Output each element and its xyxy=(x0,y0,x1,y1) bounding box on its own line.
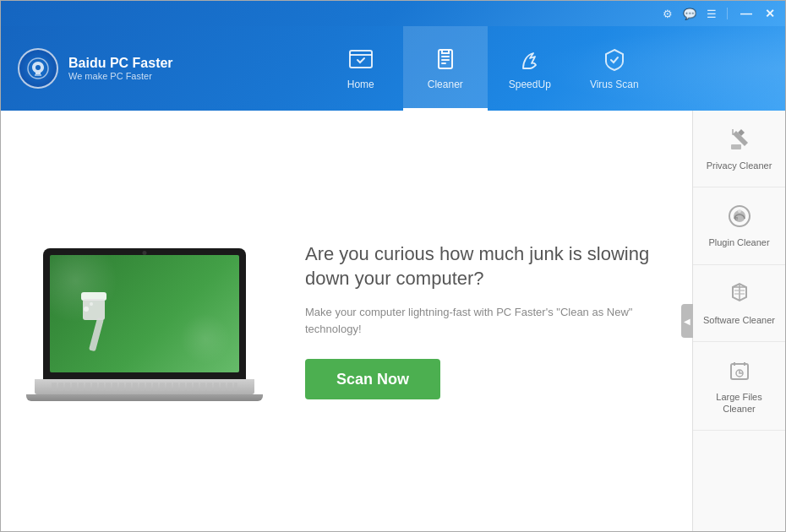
laptop-body xyxy=(35,248,254,394)
sidebar-item-large-files-cleaner[interactable]: Large Files Cleaner xyxy=(693,342,785,432)
brand: Baidu PC Faster We make PC Faster xyxy=(1,48,190,89)
sidebar-toggle-button[interactable]: ◀ xyxy=(681,304,693,338)
nav-item-cleaner[interactable]: Cleaner xyxy=(403,26,488,111)
svg-rect-12 xyxy=(731,144,741,149)
sidebar-item-plugin-cleaner[interactable]: e Plugin Cleaner xyxy=(693,187,785,264)
plugin-cleaner-label: Plugin Cleaner xyxy=(708,236,769,248)
large-files-cleaner-label: Large Files Cleaner xyxy=(700,391,778,415)
scan-now-button[interactable]: Scan Now xyxy=(305,359,440,399)
right-sidebar: ◀ Privacy Cleaner e xyxy=(692,111,785,531)
svg-rect-2 xyxy=(350,51,372,68)
svg-rect-9 xyxy=(89,317,104,351)
titlebar: ⚙ 💬 ☰ — ✕ xyxy=(1,1,785,26)
svg-point-11 xyxy=(90,302,93,306)
laptop-webcam xyxy=(143,251,147,255)
minimize-button[interactable]: — xyxy=(738,5,755,22)
brand-tagline: We make PC Faster xyxy=(68,71,173,81)
nav-home-label: Home xyxy=(347,79,374,90)
privacy-cleaner-icon xyxy=(726,126,753,153)
laptop-illustration xyxy=(35,248,271,394)
content-area: Are you curious how much junk is slowing… xyxy=(1,111,785,531)
brand-logo xyxy=(18,48,58,89)
sidebar-item-software-cleaner[interactable]: Software Cleaner xyxy=(693,265,785,342)
squeegee-icon xyxy=(71,292,122,360)
svg-text:e: e xyxy=(734,214,739,222)
brand-text: Baidu PC Faster We make PC Faster xyxy=(68,56,173,81)
svg-rect-5 xyxy=(441,59,450,61)
main-panel: Are you curious how much junk is slowing… xyxy=(1,111,692,531)
menu-icon[interactable]: ☰ xyxy=(707,8,717,20)
close-button[interactable]: ✕ xyxy=(761,5,778,22)
chat-icon[interactable]: 💬 xyxy=(683,8,696,20)
plugin-cleaner-icon: e xyxy=(726,203,753,230)
nav-cleaner-label: Cleaner xyxy=(428,79,463,90)
laptop-screen-inner xyxy=(50,255,239,372)
navigation: Home Cleaner SpeedUp xyxy=(190,26,785,111)
software-cleaner-icon xyxy=(726,280,753,307)
svg-point-15 xyxy=(738,209,741,213)
svg-point-1 xyxy=(35,65,41,70)
sidebar-item-privacy-cleaner[interactable]: Privacy Cleaner xyxy=(693,111,785,187)
laptop-screen xyxy=(43,248,246,379)
laptop-base xyxy=(35,379,254,394)
nav-speedup-label: SpeedUp xyxy=(509,79,551,90)
nav-item-speedup[interactable]: SpeedUp xyxy=(488,26,572,111)
main-heading: Are you curious how much junk is slowing… xyxy=(305,242,658,290)
software-cleaner-label: Software Cleaner xyxy=(703,314,775,326)
titlebar-system-icons: ⚙ 💬 ☰ xyxy=(663,8,717,20)
nav-item-virusscan[interactable]: Virus Scan xyxy=(572,26,657,111)
settings-icon[interactable]: ⚙ xyxy=(663,8,673,20)
content-text: Are you curious how much junk is slowing… xyxy=(305,242,658,399)
privacy-cleaner-label: Privacy Cleaner xyxy=(707,160,772,171)
large-files-cleaner-icon xyxy=(726,357,753,384)
svg-rect-4 xyxy=(441,56,450,57)
svg-rect-6 xyxy=(441,62,446,64)
header: Baidu PC Faster We make PC Faster Home xyxy=(1,26,785,111)
nav-item-home[interactable]: Home xyxy=(319,26,403,111)
divider xyxy=(727,8,728,19)
main-window: ⚙ 💬 ☰ — ✕ Baidu PC Faster We make PC Fas… xyxy=(0,0,786,532)
svg-point-10 xyxy=(84,307,89,312)
brand-name: Baidu PC Faster xyxy=(68,56,173,71)
main-description: Make your computer lightning-fast with P… xyxy=(305,304,658,337)
nav-virusscan-label: Virus Scan xyxy=(590,79,639,90)
laptop-keyboard xyxy=(52,383,237,391)
